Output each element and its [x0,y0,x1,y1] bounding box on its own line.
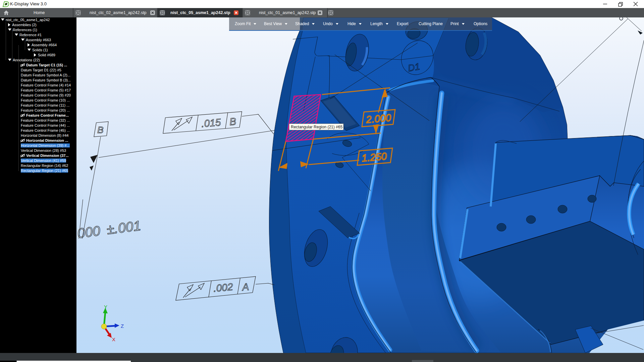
svg-text:.002: .002 [213,281,233,294]
svg-text:Z: Z [121,323,124,329]
svg-text:A: A [241,281,250,293]
svg-text:X: X [112,337,115,342]
svg-text:.015: .015 [201,117,221,129]
svg-text:1.250: 1.250 [361,150,387,164]
svg-text:B: B [229,116,237,127]
svg-text:2.000: 2.000 [365,112,392,125]
svg-text:N: N [5,2,7,6]
svg-text:Rectangular Region (21) #65: Rectangular Region (21) #65 [291,125,342,129]
svg-text:B: B [97,125,104,135]
svg-text:D1: D1 [407,61,421,73]
svg-text:000: 000 [76,223,101,241]
svg-text:Y: Y [104,304,107,310]
